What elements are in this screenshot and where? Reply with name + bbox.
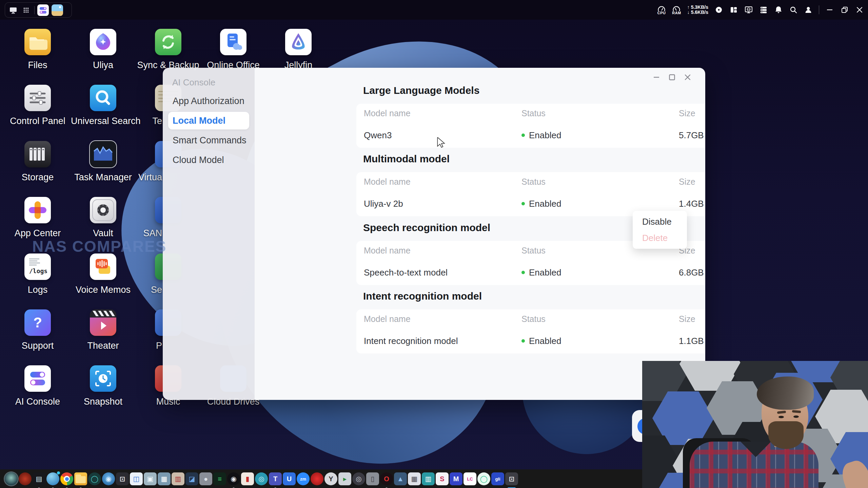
desktop-icon-vault[interactable] — [90, 197, 116, 223]
presenter-eye — [778, 416, 784, 418]
cpu-gauge-icon: CPU — [657, 5, 666, 15]
desktop-icon-app-center[interactable] — [24, 197, 51, 223]
virtual-desktop-icon[interactable] — [8, 5, 18, 15]
taskbar-icon-media-clip-app[interactable]: ▥ — [172, 472, 184, 485]
widgets-icon[interactable] — [729, 5, 738, 14]
taskbar-icon-layout-app[interactable]: ◫ — [130, 472, 143, 485]
ai-console-sidebar: AI Console App AuthorizationLocal ModelS… — [163, 68, 255, 400]
col-status: Status — [521, 108, 679, 118]
context-menu-item-delete[interactable]: Delete — [633, 230, 687, 246]
taskbar-icon-zoom[interactable]: zm — [297, 472, 310, 485]
taskbar-icon-notes-app[interactable]: ▤ — [33, 472, 45, 485]
taskbar-icon-stats-app[interactable]: ▥ — [422, 472, 435, 485]
taskbar-icon-opera[interactable]: O — [380, 472, 393, 485]
notifications-bell-icon[interactable] — [774, 5, 783, 14]
desktop-icon-voice-memos[interactable] — [90, 253, 116, 280]
taskbar-icon-chrome[interactable] — [60, 472, 73, 485]
taskbar-icon-lc-app[interactable]: LC — [463, 472, 476, 485]
notification-badge — [57, 471, 60, 474]
taskbar-icon-remote-desktop-app[interactable]: ▦ — [158, 472, 171, 485]
desktop-icon-label: Support — [5, 341, 70, 351]
context-menu-item-disable[interactable]: Disable — [633, 214, 687, 230]
desktop-icon-theater[interactable] — [90, 309, 116, 336]
taskbar-icon-start-menu[interactable] — [5, 472, 18, 485]
taskbar-icon-design-app[interactable]: S — [436, 472, 449, 485]
taskbar-icon-clock-app[interactable]: Y — [324, 472, 337, 485]
sidebar-item-smart-commands[interactable]: Smart Commands — [168, 131, 249, 149]
taskbar-icon-recorder-app[interactable] — [311, 472, 323, 485]
taskbar-icon-lens-app[interactable]: ◎ — [352, 472, 365, 485]
taskbar-icon-chat-ring-app[interactable]: ◯ — [477, 472, 490, 485]
desktop-icon-storage[interactable] — [24, 141, 51, 167]
desktop-icon-task-manager[interactable] — [90, 141, 116, 167]
taskbar-icon-m-app[interactable]: M — [450, 472, 462, 485]
taskbar-icon-calculator-app[interactable]: ▦ — [408, 472, 421, 485]
taskbar-icon-file-explorer[interactable] — [74, 472, 87, 485]
taskbar-icon-mic-app[interactable]: ▯ — [366, 472, 379, 485]
photos-window-thumb[interactable] — [52, 4, 63, 16]
app-grid-icon[interactable] — [21, 5, 31, 15]
desktop-icon-label: Files — [5, 60, 70, 70]
section-title: Multimodal model — [363, 153, 450, 165]
taskbar-icon-u-app[interactable]: U — [283, 472, 296, 485]
minimize-button[interactable] — [825, 5, 834, 14]
model-status: Enabled — [521, 336, 679, 346]
taskbar-icon-installer-app[interactable]: ▸ — [338, 472, 351, 485]
network-speed: ↑ 5.3KB/s ↓ 5.6KB/s — [687, 5, 708, 15]
record-disc-icon[interactable] — [714, 5, 723, 14]
desktop-icon-online-office[interactable] — [220, 29, 246, 55]
taskbar-icon-snip-tool[interactable]: ⊡ — [116, 472, 129, 485]
sidebar-item-cloud-model[interactable]: Cloud Model — [168, 151, 249, 169]
desktop-icon-universal-search[interactable] — [90, 85, 116, 111]
minimize-button[interactable] — [652, 73, 660, 81]
desktop-icon-label: Logs — [5, 285, 70, 295]
remote-screen-icon[interactable] — [744, 5, 753, 14]
search-icon[interactable] — [789, 5, 798, 14]
taskbar-icon-webcam-app[interactable]: ◉ — [102, 472, 115, 485]
taskbar-icon-obs-studio[interactable]: ◉ — [227, 472, 240, 485]
taskbar-icon-globe-app[interactable]: ◎ — [255, 472, 268, 485]
desktop-icon-ai-console[interactable] — [24, 365, 51, 392]
desktop-icon-label: Virtua — [121, 172, 162, 183]
taskbar-icon-screen-recorder-active[interactable]: ⊡ — [505, 472, 518, 485]
desktop-icon-logs[interactable]: /logs — [24, 253, 51, 280]
taskbar-icon-teams[interactable]: T — [269, 472, 282, 485]
user-account-icon[interactable] — [804, 5, 813, 14]
table-header-row: Model nameStatusSizeOperation — [364, 104, 705, 123]
table-header-row: Model nameStatusSizeOperation — [364, 309, 705, 328]
taskbar-icon-equalizer-app[interactable]: ≡ — [213, 472, 226, 485]
desktop-icon-uliya[interactable] — [90, 29, 116, 55]
window-switcher — [5, 2, 72, 18]
ai-console-window-thumb[interactable] — [37, 4, 49, 16]
taskbar-icon-security-app[interactable] — [19, 472, 32, 485]
taskbar-icon-backup-drop-app[interactable] — [46, 472, 59, 485]
desktop-icon-snapshot[interactable] — [90, 365, 116, 392]
taskbar-icon-analytics-app[interactable]: ▲ — [394, 472, 407, 485]
status-dot — [521, 134, 525, 137]
desktop-icon-files[interactable] — [24, 29, 51, 55]
close-button[interactable] — [855, 5, 864, 14]
restore-button[interactable] — [840, 5, 849, 14]
presenter-beard — [768, 421, 804, 449]
desktop-icon-sync-backup[interactable] — [155, 29, 181, 55]
desktop-icon-jellyfin[interactable] — [285, 29, 312, 55]
desktop-icon-support[interactable]: ? — [24, 309, 51, 336]
model-size: 1.4GB — [679, 199, 705, 209]
taskbar-icon-contacts-app[interactable]: ● — [199, 472, 212, 485]
sidebar-item-local-model[interactable]: Local Model — [168, 112, 249, 129]
model-name: Uliya-v 2b — [364, 199, 521, 209]
taskbar-icon-photo-viewer-app[interactable]: ◪ — [185, 472, 198, 485]
taskbar-icon-soda-app[interactable]: ▮ — [241, 472, 254, 485]
maximize-button[interactable] — [668, 73, 676, 81]
col-model-name: Model name — [364, 246, 521, 256]
model-name: Speech-to-text model — [364, 267, 521, 278]
desktop-icon-control-panel[interactable] — [24, 85, 51, 111]
close-icon[interactable] — [684, 73, 692, 81]
taskbar-icon-search-tool[interactable]: ◯ — [88, 472, 101, 485]
taskbar-icon-gli-app[interactable]: gli — [491, 472, 504, 485]
server-icon[interactable] — [759, 5, 768, 14]
presenter-webcam — [642, 361, 868, 488]
taskbar-icon-archive-app[interactable]: ▣ — [144, 472, 157, 485]
sidebar-item-app-authorization[interactable]: App Authorization — [168, 92, 249, 110]
net-upload: ↑ 5.3KB/s — [687, 5, 708, 10]
